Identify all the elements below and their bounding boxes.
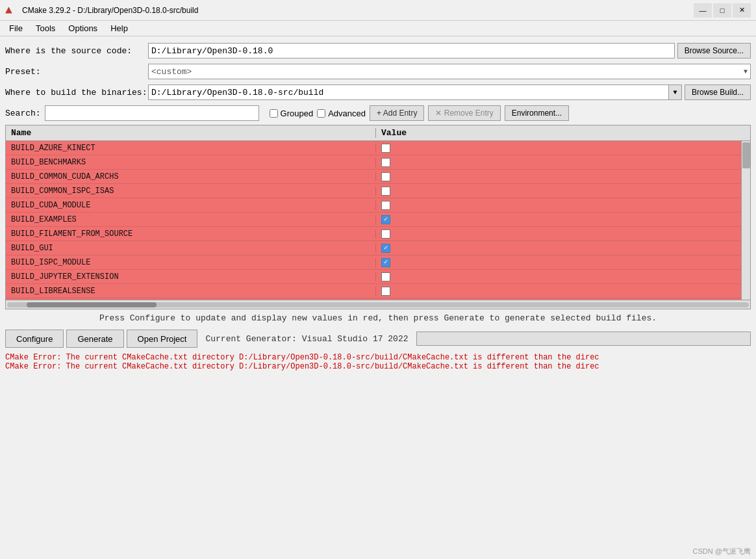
- build-path-wrapper: ▼: [148, 84, 682, 100]
- watermark: CSDN @气派飞鹰: [693, 547, 751, 556]
- cmake-table: Name Value BUILD_AZURE_KINECTBUILD_BENCH…: [5, 125, 751, 300]
- remove-entry-button[interactable]: ✕ Remove Entry: [428, 105, 500, 121]
- advanced-label: Advanced: [328, 109, 366, 118]
- maximize-button[interactable]: □: [713, 3, 731, 18]
- row-checkbox[interactable]: [381, 287, 390, 296]
- preset-label: Preset:: [5, 67, 148, 77]
- search-label: Search:: [5, 109, 41, 118]
- row-value-cell: [376, 229, 750, 239]
- minimize-button[interactable]: —: [694, 3, 712, 18]
- row-checkbox[interactable]: [381, 215, 390, 224]
- table-row[interactable]: BUILD_COMMON_ISPC_ISAS: [6, 184, 750, 198]
- row-name-cell: BUILD_FILAMENT_FROM_SOURCE: [6, 229, 376, 239]
- browse-build-button[interactable]: Browse Build...: [685, 84, 751, 100]
- row-value-cell: [376, 215, 750, 224]
- table-row[interactable]: BUILD_COMMON_CUDA_ARCHS: [6, 170, 750, 184]
- row-checkbox[interactable]: [381, 187, 390, 196]
- window-controls: — □ ✕: [694, 3, 751, 18]
- row-name-cell: BUILD_BENCHMARKS: [6, 158, 376, 167]
- row-name-cell: BUILD_CUDA_MODULE: [6, 201, 376, 210]
- row-value-cell: [376, 201, 750, 210]
- table-row[interactable]: BUILD_EXAMPLES: [6, 213, 750, 227]
- build-input[interactable]: [148, 84, 669, 100]
- table-row[interactable]: BUILD_GUI: [6, 241, 750, 255]
- build-dropdown-arrow[interactable]: ▼: [669, 84, 682, 100]
- row-checkbox[interactable]: [381, 172, 390, 181]
- row-value-cell: [376, 187, 750, 196]
- app-icon: ▲: [5, 4, 18, 17]
- table-row[interactable]: BUILD_PYTHON_MODULE: [6, 298, 750, 300]
- row-name-cell: BUILD_JUPYTER_EXTENSION: [6, 272, 376, 281]
- window-title: CMake 3.29.2 - D:/Library/Open3D-0.18.0-…: [22, 6, 694, 15]
- error-line: CMake Error: The current CMakeCache.txt …: [5, 362, 751, 371]
- advanced-checkbox-group: Advanced: [317, 109, 366, 118]
- preset-value: <custom>: [151, 67, 744, 77]
- arrow-icon: ▼: [673, 89, 677, 96]
- col-name-header: Name: [6, 128, 376, 138]
- row-name-cell: BUILD_EXAMPLES: [6, 215, 376, 224]
- source-row: Where is the source code: Browse Source.…: [5, 42, 751, 60]
- generate-button[interactable]: Generate: [66, 330, 123, 348]
- row-value-cell: [376, 158, 750, 167]
- row-checkbox[interactable]: [381, 229, 390, 239]
- table-row[interactable]: BUILD_JUPYTER_EXTENSION: [6, 270, 750, 284]
- menu-item-help[interactable]: Help: [104, 22, 134, 34]
- table-header: Name Value: [6, 125, 750, 141]
- row-checkbox[interactable]: [381, 272, 390, 281]
- grouped-label: Grouped: [281, 109, 314, 118]
- browse-source-button[interactable]: Browse Source...: [677, 43, 751, 58]
- row-value-cell: [376, 272, 750, 281]
- row-value-cell: [376, 244, 750, 253]
- row-checkbox[interactable]: [381, 258, 390, 267]
- menu-item-file[interactable]: File: [3, 22, 29, 34]
- grouped-checkbox[interactable]: [270, 109, 278, 118]
- preset-row: Preset: <custom> ▼: [5, 62, 751, 81]
- table-row[interactable]: BUILD_LIBREALSENSE: [6, 284, 750, 298]
- toolbar: Search: Grouped Advanced + Add Entry ✕ R…: [5, 104, 751, 122]
- row-value-cell: [376, 287, 750, 296]
- row-checkbox[interactable]: [381, 158, 390, 167]
- menubar: FileToolsOptionsHelp: [0, 21, 756, 36]
- scrollbar-track: [7, 302, 749, 307]
- row-value-cell: [376, 144, 750, 153]
- row-name-cell: BUILD_GUI: [6, 244, 376, 253]
- grouped-checkbox-group: Grouped: [270, 109, 314, 118]
- status-text: Press Configure to update and display ne…: [5, 309, 751, 327]
- horizontal-scrollbar[interactable]: [5, 300, 751, 309]
- vertical-scrollbar[interactable]: [741, 141, 750, 300]
- table-row[interactable]: BUILD_FILAMENT_FROM_SOURCE: [6, 227, 750, 241]
- row-name-cell: BUILD_LIBREALSENSE: [6, 287, 376, 296]
- titlebar: ▲ CMake 3.29.2 - D:/Library/Open3D-0.18.…: [0, 0, 756, 21]
- search-input[interactable]: [45, 105, 259, 121]
- table-row[interactable]: BUILD_AZURE_KINECT: [6, 141, 750, 155]
- row-name-cell: BUILD_COMMON_CUDA_ARCHS: [6, 172, 376, 181]
- row-checkbox[interactable]: [381, 144, 390, 153]
- menu-item-tools[interactable]: Tools: [29, 22, 62, 34]
- bottom-bar: Configure Generate Open Project Current …: [5, 327, 751, 350]
- scrollbar-thumb-h: [27, 302, 157, 307]
- preset-dropdown[interactable]: <custom> ▼: [148, 64, 751, 79]
- configure-button[interactable]: Configure: [5, 330, 64, 348]
- row-value-cell: [376, 258, 750, 267]
- row-checkbox[interactable]: [381, 244, 390, 253]
- advanced-checkbox[interactable]: [317, 109, 325, 118]
- add-entry-button[interactable]: + Add Entry: [370, 105, 424, 121]
- source-label: Where is the source code:: [5, 46, 148, 56]
- progress-bar: [416, 332, 751, 346]
- close-button[interactable]: ✕: [733, 3, 751, 18]
- table-row[interactable]: BUILD_ISPC_MODULE: [6, 255, 750, 270]
- row-name-cell: BUILD_AZURE_KINECT: [6, 144, 376, 153]
- environment-button[interactable]: Environment...: [505, 105, 569, 121]
- table-row[interactable]: BUILD_CUDA_MODULE: [6, 198, 750, 213]
- open-project-button[interactable]: Open Project: [127, 330, 198, 348]
- build-row: Where to build the binaries: ▼ Browse Bu…: [5, 83, 751, 101]
- row-checkbox[interactable]: [381, 201, 390, 210]
- table-row[interactable]: BUILD_BENCHMARKS: [6, 155, 750, 170]
- error-line: CMake Error: The current CMakeCache.txt …: [5, 353, 751, 362]
- source-input[interactable]: [148, 43, 675, 58]
- menu-item-options[interactable]: Options: [62, 22, 104, 34]
- col-value-header: Value: [376, 128, 750, 138]
- main-content: Where is the source code: Browse Source.…: [0, 36, 756, 379]
- error-area: CMake Error: The current CMakeCache.txt …: [5, 350, 751, 374]
- table-body: BUILD_AZURE_KINECTBUILD_BENCHMARKSBUILD_…: [6, 141, 750, 300]
